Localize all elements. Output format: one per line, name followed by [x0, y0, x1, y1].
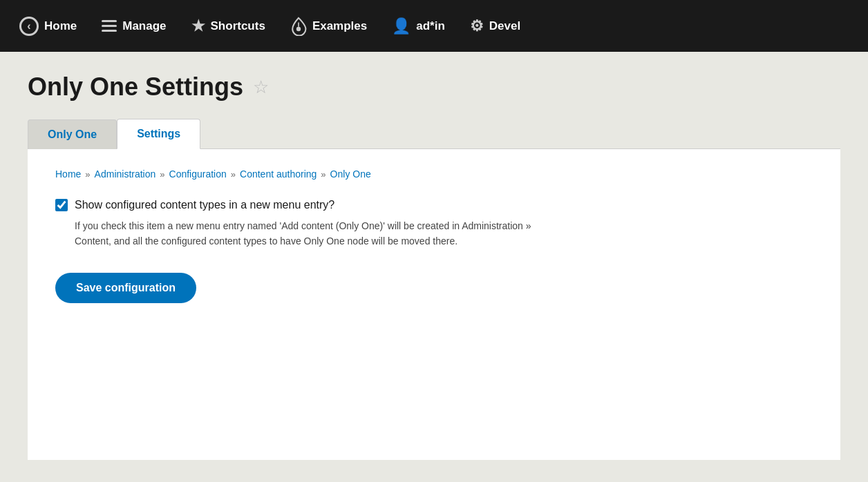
page-title-row: Only One Settings ☆	[28, 73, 840, 102]
gear-icon: ⚙	[470, 17, 484, 35]
breadcrumb-sep-1: »	[85, 169, 90, 180]
svg-point-0	[296, 26, 301, 30]
form-description: If you check this item a new menu entry …	[75, 218, 558, 249]
drop-icon	[290, 17, 307, 36]
nav-examples[interactable]: Examples	[278, 0, 379, 52]
back-arrow-icon: ‹	[19, 17, 39, 36]
breadcrumb-configuration[interactable]: Configuration	[169, 168, 227, 180]
main-content: Only One Settings ☆ Only One Settings Ho…	[0, 52, 868, 460]
form-item: Show configured content types in a new m…	[55, 199, 813, 249]
breadcrumb-sep-3: »	[231, 169, 236, 180]
checkbox-row: Show configured content types in a new m…	[55, 199, 813, 211]
star-icon: ★	[191, 17, 205, 35]
save-configuration-button[interactable]: Save configuration	[55, 273, 196, 303]
checkbox-label[interactable]: Show configured content types in a new m…	[75, 199, 334, 211]
nav-user-label: ad*in	[416, 19, 445, 33]
show-menu-entry-checkbox[interactable]	[55, 199, 68, 211]
nav-home-label: Home	[44, 19, 77, 33]
favorite-star-icon[interactable]: ☆	[253, 77, 269, 98]
user-icon: 👤	[392, 17, 411, 35]
nav-shortcuts[interactable]: ★ Shortcuts	[179, 0, 278, 52]
nav-user[interactable]: 👤 ad*in	[379, 0, 457, 52]
breadcrumb-sep-2: »	[160, 169, 164, 180]
breadcrumb-content-authoring[interactable]: Content authoring	[240, 168, 317, 180]
nav-manage-label: Manage	[122, 19, 166, 33]
navbar: ‹ Home Manage ★ Shortcuts Examples 👤 ad*…	[0, 0, 868, 52]
breadcrumb: Home » Administration » Configuration » …	[55, 168, 813, 180]
hamburger-icon	[102, 20, 117, 32]
nav-manage[interactable]: Manage	[89, 0, 178, 52]
content-panel: Home » Administration » Configuration » …	[28, 149, 840, 460]
page-title: Only One Settings	[28, 73, 243, 102]
nav-examples-label: Examples	[312, 19, 367, 33]
tab-settings[interactable]: Settings	[117, 119, 200, 149]
tab-only-one[interactable]: Only One	[28, 119, 117, 149]
tabs: Only One Settings	[28, 118, 840, 149]
nav-home[interactable]: ‹ Home	[7, 0, 89, 52]
breadcrumb-sep-4: »	[321, 169, 326, 180]
breadcrumb-home[interactable]: Home	[55, 168, 81, 180]
breadcrumb-administration[interactable]: Administration	[95, 168, 156, 180]
nav-shortcuts-label: Shortcuts	[211, 19, 265, 33]
nav-devel[interactable]: ⚙ Devel	[457, 0, 533, 52]
nav-devel-label: Devel	[489, 19, 520, 33]
breadcrumb-only-one[interactable]: Only One	[330, 168, 371, 180]
